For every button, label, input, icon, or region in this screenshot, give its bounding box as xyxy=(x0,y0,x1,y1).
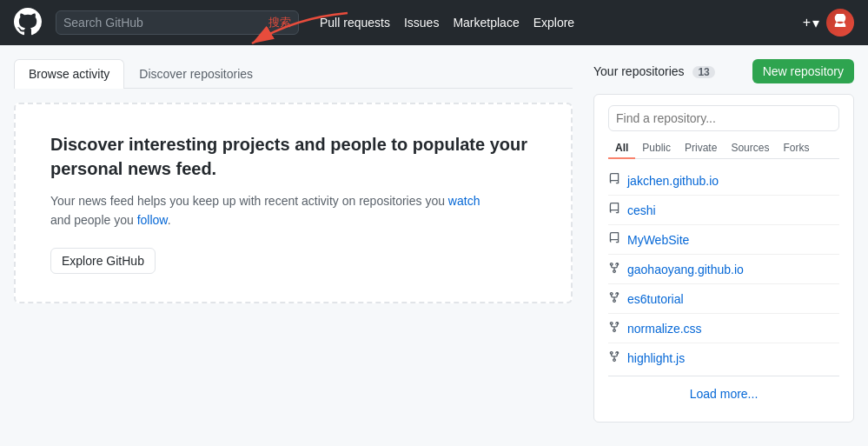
load-more-link[interactable]: Load more... xyxy=(690,387,759,401)
search-input[interactable] xyxy=(63,16,265,30)
load-more-section: Load more... xyxy=(608,376,839,411)
fork-icon xyxy=(608,350,620,365)
explore-link[interactable]: Explore xyxy=(533,16,574,30)
left-panel: Browse activity Discover repositories Di… xyxy=(14,59,573,423)
activity-tabs: Browse activity Discover repositories xyxy=(14,59,573,89)
filter-tab-private[interactable]: Private xyxy=(678,138,724,159)
dropdown-arrow-icon: ▾ xyxy=(812,15,819,31)
repo-list: jakchen.github.io ceshi MyWebSite xyxy=(608,166,839,372)
filter-tab-forks[interactable]: Forks xyxy=(776,138,816,159)
avatar xyxy=(826,9,854,37)
issues-link[interactable]: Issues xyxy=(404,16,439,30)
right-panel: Your repositories 13 New repository All … xyxy=(593,59,854,423)
explore-github-button[interactable]: Explore GitHub xyxy=(50,248,156,274)
repo-filter-tabs: All Public Private Sources Forks xyxy=(608,138,839,159)
plus-icon: + xyxy=(803,15,811,30)
repos-header: Your repositories 13 New repository xyxy=(593,59,854,83)
discover-body: Your news feed helps you keep up with re… xyxy=(50,191,536,230)
discover-box: Discover interesting projects and people… xyxy=(14,103,573,303)
list-item: normalize.css xyxy=(608,314,839,343)
find-repository-input[interactable] xyxy=(608,105,839,131)
repos-title-text: Your repositories xyxy=(593,64,685,78)
list-item: es6tutorial xyxy=(608,284,839,314)
tab-browse-activity[interactable]: Browse activity xyxy=(14,59,124,89)
user-avatar-button[interactable] xyxy=(826,9,854,37)
discover-body-text2: and people you xyxy=(50,213,134,227)
repo-link[interactable]: es6tutorial xyxy=(627,292,684,306)
fork-icon xyxy=(608,291,620,306)
repo-link[interactable]: highlight.js xyxy=(627,351,685,365)
tab-discover-repos[interactable]: Discover repositories xyxy=(124,59,268,88)
github-logo[interactable] xyxy=(14,8,42,38)
list-item: gaohaoyang.github.io xyxy=(608,255,839,284)
marketplace-link[interactable]: Marketplace xyxy=(453,16,519,30)
main-container: Browse activity Discover repositories Di… xyxy=(0,45,868,436)
book-icon xyxy=(608,173,620,188)
search-box[interactable]: 搜索 xyxy=(56,10,299,35)
fork-icon xyxy=(608,321,620,336)
new-repository-button[interactable]: New repository xyxy=(752,59,854,83)
filter-tab-sources[interactable]: Sources xyxy=(724,138,776,159)
repo-link[interactable]: ceshi xyxy=(627,203,656,217)
list-item: jakchen.github.io xyxy=(608,166,839,196)
list-item: highlight.js xyxy=(608,343,839,372)
filter-tab-public[interactable]: Public xyxy=(635,138,678,159)
repos-title: Your repositories 13 xyxy=(593,64,715,78)
list-item: MyWebSite xyxy=(608,225,839,255)
discover-heading: Discover interesting projects and people… xyxy=(50,132,536,181)
list-item: ceshi xyxy=(608,196,839,225)
watch-link[interactable]: watch xyxy=(448,194,480,208)
filter-tab-all[interactable]: All xyxy=(608,138,635,159)
repo-link[interactable]: normalize.css xyxy=(627,322,702,336)
repo-link[interactable]: gaohaoyang.github.io xyxy=(627,263,744,276)
repos-box: All Public Private Sources Forks jakchen… xyxy=(593,94,854,423)
main-nav: Pull requests Issues Marketplace Explore xyxy=(320,16,574,30)
discover-body-text: Your news feed helps you keep up with re… xyxy=(50,194,445,208)
book-icon xyxy=(608,232,620,247)
repo-link[interactable]: jakchen.github.io xyxy=(627,174,719,188)
main-header: 搜索 Pull requests Issues Marketplace Expl… xyxy=(0,0,868,45)
follow-link[interactable]: follow xyxy=(137,213,168,227)
book-icon xyxy=(608,203,620,217)
repo-link[interactable]: MyWebSite xyxy=(627,233,689,247)
repos-count-badge: 13 xyxy=(692,66,714,78)
period: . xyxy=(168,213,171,227)
fork-icon xyxy=(608,262,620,276)
create-new-button[interactable]: + ▾ xyxy=(803,15,819,31)
header-right: + ▾ xyxy=(803,9,854,37)
pull-requests-link[interactable]: Pull requests xyxy=(320,16,390,30)
search-label: 搜索 xyxy=(268,15,291,30)
